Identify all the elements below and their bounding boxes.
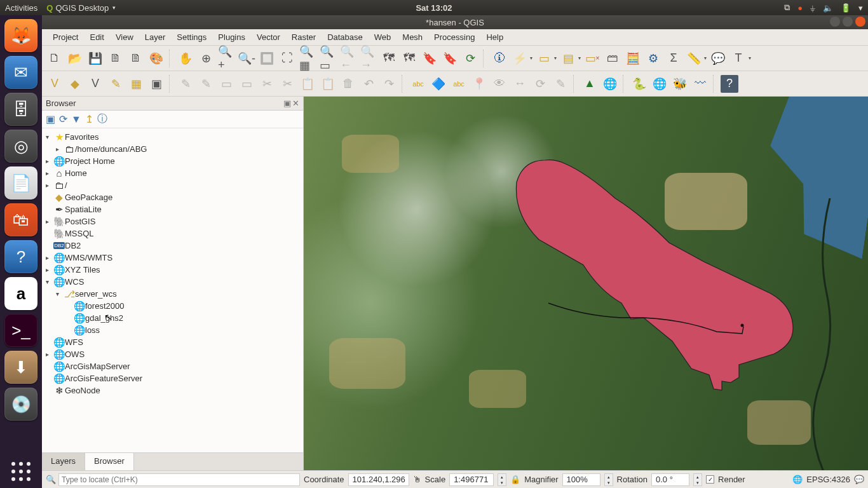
menu-layer[interactable]: Layer — [139, 30, 172, 44]
tree-item[interactable]: ▸🌐Project Home — [43, 155, 302, 167]
select-features-icon[interactable]: ▭ — [535, 50, 553, 67]
style-manager-icon[interactable]: 🎨 — [147, 50, 165, 67]
zoom-in-icon[interactable]: 🔍+ — [217, 50, 235, 67]
zoom-next-icon[interactable]: 🔍→ — [360, 50, 377, 67]
zoom-selection-icon[interactable]: 🔍▦ — [299, 50, 316, 67]
move-label-icon[interactable]: ↔ — [511, 75, 529, 93]
menu-plugins[interactable]: Plugins — [212, 30, 251, 44]
tree-item[interactable]: ▸🗀/home/duncan/ABG — [43, 143, 302, 155]
menu-project[interactable]: Project — [47, 30, 84, 44]
launcher-writer[interactable]: 📄 — [4, 166, 37, 200]
toggle-editing-icon[interactable]: ▦ — [127, 75, 145, 93]
volume-icon[interactable]: 🔈 — [823, 3, 833, 13]
tree-item[interactable]: 🌐forest2000 — [43, 300, 302, 312]
lock-scale-icon[interactable]: 🔒 — [510, 475, 520, 484]
expand-icon[interactable]: ▸ — [46, 182, 53, 189]
launcher-apps-grid[interactable] — [4, 455, 37, 488]
tree-item[interactable]: ▾★Favorites — [43, 131, 302, 143]
show-bookmarks-icon[interactable]: 🔖 — [441, 50, 459, 67]
launcher-downloads[interactable]: ⬇ — [4, 351, 37, 384]
menu-settings[interactable]: Settings — [171, 30, 212, 44]
attribute-table-icon[interactable]: 🗃 — [604, 50, 621, 67]
show-label-icon[interactable]: 👁 — [491, 75, 508, 93]
launcher-disk[interactable]: 💿 — [4, 388, 37, 421]
diagram-icon[interactable]: 🔷 — [430, 75, 447, 93]
magnifier-field[interactable]: 100% — [562, 473, 600, 486]
label-tool-icon[interactable]: abc — [409, 75, 427, 93]
properties-widget-icon[interactable]: ⓘ — [97, 112, 107, 126]
scale-spin[interactable]: ▴▾ — [498, 473, 506, 486]
menu-view[interactable]: View — [110, 30, 139, 44]
expand-icon[interactable]: ▸ — [46, 266, 53, 273]
node-tool-icon[interactable]: ▭ — [238, 75, 255, 93]
menu-help[interactable]: Help — [480, 30, 509, 44]
tree-item[interactable]: ❄GeoNode — [43, 384, 302, 396]
tree-item[interactable]: 🌐ArcGisFeatureServer — [43, 372, 302, 384]
tree-item[interactable]: 🌐loss — [43, 324, 302, 336]
open-project-icon[interactable]: 📂 — [66, 50, 84, 67]
maximize-button[interactable] — [843, 17, 853, 27]
tree-item[interactable]: 🐘MSSQL — [43, 227, 302, 240]
launcher-amazon[interactable]: a — [4, 277, 37, 310]
tree-item[interactable]: ▸🌐OWS — [43, 348, 302, 360]
close-button[interactable] — [855, 17, 865, 27]
refresh-browser-icon[interactable]: ⟳ — [59, 113, 67, 125]
redo-icon[interactable]: ↷ — [380, 75, 398, 93]
identify-icon[interactable]: 🛈 — [491, 50, 508, 67]
render-checkbox[interactable]: ✓ — [706, 475, 714, 484]
new-3d-view-icon[interactable]: 🗺 — [400, 50, 418, 67]
add-layer-icon[interactable]: ▣ — [46, 113, 55, 125]
panel-float-icon[interactable]: ▣ — [283, 98, 291, 108]
browser-panel-title[interactable]: Browser ▣✕ — [42, 97, 303, 111]
rotation-spin[interactable]: ▴▾ — [693, 473, 702, 486]
update-icon[interactable]: ● — [797, 3, 803, 13]
python-console-icon[interactable]: 🐍 — [630, 75, 648, 93]
menu-database[interactable]: Database — [322, 30, 369, 44]
action-icon[interactable]: ⚡ — [511, 50, 529, 67]
delete-selected-icon[interactable]: ✂ — [258, 75, 276, 93]
launcher-firefox[interactable]: 🦊 — [4, 19, 37, 52]
collapse-all-icon[interactable]: ↥ — [85, 113, 93, 125]
tab-browser[interactable]: Browser — [85, 453, 134, 470]
menu-processing[interactable]: Processing — [428, 30, 480, 44]
layout-manager-icon[interactable]: 🗎 — [127, 50, 145, 67]
expand-icon[interactable]: ▸ — [46, 218, 53, 225]
expand-icon[interactable]: ▾ — [46, 133, 53, 140]
launcher-rhythmbox[interactable]: ◎ — [4, 130, 37, 163]
tree-item[interactable]: 🌐WFS — [43, 336, 302, 348]
tree-item[interactable]: ▸🗀/ — [43, 179, 302, 191]
browser-tree[interactable]: ▾★Favorites▸🗀/home/duncan/ABG▸🌐Project H… — [42, 128, 303, 452]
battery-icon[interactable]: 🔋 — [841, 3, 851, 13]
vertex-tool-icon[interactable]: ▣ — [147, 75, 165, 93]
launcher-help[interactable]: ? — [4, 240, 37, 273]
tree-item[interactable]: DB2DB2 — [43, 240, 302, 252]
undo-icon[interactable]: ↶ — [360, 75, 377, 93]
pan-icon[interactable]: ✋ — [177, 50, 194, 67]
add-feature-icon[interactable]: ✎ — [197, 75, 215, 93]
minimize-button[interactable] — [830, 17, 840, 27]
tree-item[interactable]: ▾🌐WCS — [43, 276, 302, 288]
tree-item[interactable]: 🌐gdal_ghs2 — [43, 312, 302, 324]
dropbox-icon[interactable]: ⧉ — [784, 3, 790, 13]
annotation-icon[interactable]: T — [729, 50, 747, 67]
tree-item[interactable]: 🌐ArcGisMapServer — [43, 360, 302, 372]
new-map-view-icon[interactable]: 🗺 — [380, 50, 398, 67]
refresh-icon[interactable]: ⟳ — [461, 50, 479, 67]
scale-field[interactable]: 1:496771 — [449, 473, 494, 486]
expand-icon[interactable]: ▾ — [46, 278, 53, 285]
edits-pencil-icon[interactable]: ✎ — [107, 75, 125, 93]
launcher-files[interactable]: 🗄 — [4, 93, 37, 126]
new-geopackage-icon[interactable]: ◆ — [66, 75, 84, 93]
label-toolbar-icon[interactable]: abc — [450, 75, 468, 93]
messages-icon[interactable]: 💬 — [854, 475, 864, 484]
menu-raster[interactable]: Raster — [286, 30, 322, 44]
pan-to-selection-icon[interactable]: ⊕ — [197, 50, 215, 67]
tree-item[interactable]: ▸⌂Home — [43, 167, 302, 179]
new-print-layout-icon[interactable]: 🗎 — [107, 50, 125, 67]
new-shapefile-icon[interactable]: V — [86, 75, 104, 93]
zoom-layer-icon[interactable]: 🔍▭ — [319, 50, 337, 67]
move-feature-icon[interactable]: ▭ — [217, 75, 235, 93]
zoom-native-icon[interactable]: 🔲 — [258, 50, 276, 67]
cut-features-icon[interactable]: ✂ — [278, 75, 296, 93]
expand-icon[interactable]: ▸ — [46, 351, 53, 358]
